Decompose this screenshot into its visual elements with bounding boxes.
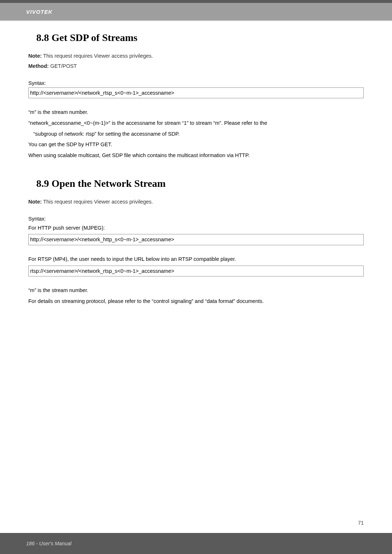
header-top-strip [0,0,392,3]
section-heading-89: 8.9 Open the Network Stream [36,178,364,189]
code-suffix: /<network_rtsp_s<0~m-1>_accessname> [77,90,174,96]
http-code-prefix: http:// [30,237,43,242]
http-intro: For HTTP push server (MJPEG): [28,223,364,233]
note-text: This request requires Viewer access priv… [42,53,153,59]
section88-method: Method: GET/POST [28,61,364,71]
section88-line5: When using scalable multicast, Get SDP f… [28,151,364,161]
syntax-label-89: Syntax: [28,216,364,222]
footer-bar: 186 - User's Manual [0,533,392,554]
section-heading-88: 8.8 Get SDP of Streams [36,32,364,44]
rtsp-code-suffix: /<network_rtsp_s<0~m-1>_accessname> [77,268,174,274]
rtsp-intro: For RTSP (MP4), the user needs to input … [28,254,364,264]
header-bar: VIVOTEK [0,3,392,20]
stream-details: For details on streaming protocol, pleas… [28,296,364,307]
note-label: Note: [28,53,42,59]
footer-page-left: 186 - User's Manual [26,541,72,546]
codebox-89-http: http://<servername>/<network_http_s<0~m-… [28,234,364,245]
codebox-88: http://<servername>/<network_rtsp_s<0~m-… [28,87,364,99]
rtsp-code-prefix: rtsp:// [30,268,43,274]
section88-line3: “subgroup of network: rtsp” for setting … [33,129,364,139]
section88-line1: “m” is the stream number. [28,107,364,118]
code-prefix: http:// [30,90,43,96]
method-text: GET/POST [49,63,77,69]
section88-note: Note: This request requires Viewer acces… [28,51,364,61]
rtsp-code-servername: <servername> [43,268,77,274]
note-label-89: Note: [28,199,42,205]
page-content: 8.8 Get SDP of Streams Note: This reques… [0,21,392,307]
page-number-right: 71 [358,520,364,526]
http-code-suffix: /<network_http_s<0~m-1>_accessname> [77,237,174,242]
section89-note: Note: This request requires Viewer acces… [28,197,364,207]
codebox-89-rtsp: rtsp://<servername>/<network_rtsp_s<0~m-… [28,266,364,277]
brand-label: VIVOTEK [26,9,53,15]
note-text-89: This request requires Viewer access priv… [42,199,153,205]
http-code-servername: <servername> [43,237,77,242]
section88-line4: You can get the SDP by HTTP GET. [28,140,364,150]
code-servername: <servername> [43,90,77,96]
section88-line2: “network_accessname_<0~(m-1)>” is the ac… [28,118,364,128]
syntax-label-88: Syntax: [28,80,364,86]
stream-number-note: “m” is the stream number. [28,285,364,296]
method-label: Method: [28,63,49,69]
